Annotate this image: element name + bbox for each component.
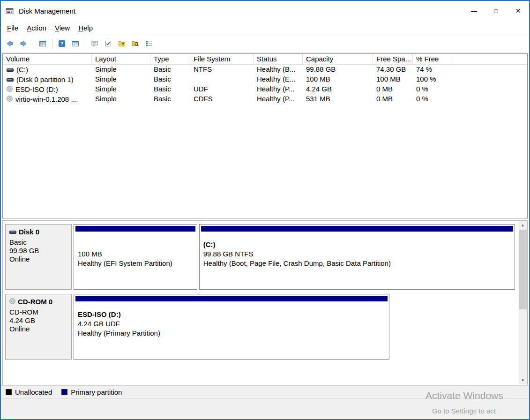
column-header-type[interactable]: Type (150, 54, 190, 65)
cell-layout: Simple (92, 75, 150, 84)
column-header-filler (451, 54, 527, 65)
partition-title: (C:) (203, 240, 511, 249)
forward-arrow-icon[interactable] (17, 38, 30, 50)
scrollbar-thumb[interactable] (519, 230, 527, 309)
console-window-icon[interactable] (37, 38, 49, 50)
primary-partition-bar (75, 296, 388, 301)
activate-windows-subtext: Go to Settings to act (432, 407, 496, 415)
vertical-scrollbar[interactable]: ▲ ▼ (519, 221, 527, 384)
column-header-layout[interactable]: Layout (92, 54, 150, 65)
disk-management-window: Disk Management — □ ✕ File Action View H… (0, 0, 530, 420)
check-mark-icon[interactable] (102, 38, 114, 50)
volume-name: (C:) (16, 65, 28, 75)
back-arrow-icon[interactable] (4, 38, 16, 50)
partition-c-drive[interactable]: (C:) 99.88 GB NTFS Healthy (Boot, Page F… (199, 224, 515, 290)
menu-file[interactable]: File (3, 22, 22, 34)
popup-menu-icon[interactable] (89, 38, 101, 50)
column-header-percent-free[interactable]: % Free (413, 54, 451, 65)
partition-status-line: Healthy (Boot, Page File, Crash Dump, Ba… (203, 259, 511, 268)
cdrom-volume-icon (7, 85, 13, 94)
details-list-icon[interactable] (143, 38, 155, 50)
titlebar[interactable]: Disk Management — □ ✕ (1, 1, 529, 21)
primary-partition-swatch (61, 389, 67, 395)
column-header-status[interactable]: Status (254, 54, 303, 65)
cell-file-system (190, 75, 254, 84)
partition-status-line: Healthy (EFI System Partition) (78, 259, 193, 268)
cell-layout: Simple (92, 94, 150, 104)
disk-status: Online (9, 325, 67, 333)
window-controls: — □ ✕ (463, 1, 529, 21)
partition-esd-iso[interactable]: ESD-ISO (D:) 4.24 GB UDF Healthy (Primar… (74, 294, 389, 360)
search-folder-icon[interactable] (129, 38, 142, 50)
close-button[interactable]: ✕ (507, 1, 529, 21)
disk-0-partitions: 100 MB Healthy (EFI System Partition) (C… (74, 224, 515, 290)
volume-name: (Disk 0 partition 1) (16, 75, 74, 84)
minimize-button[interactable]: — (463, 1, 485, 21)
cdrom-0-info[interactable]: CD-ROM 0 CD-ROM 4.24 GB Online (5, 294, 72, 360)
cell-type: Basic (150, 75, 190, 84)
cell-capacity: 100 MB (303, 75, 373, 84)
partition-title: ESD-ISO (D:) (78, 310, 385, 319)
partition-size-line: 100 MB (78, 249, 193, 259)
partition-efi-system[interactable]: 100 MB Healthy (EFI System Partition) (74, 224, 197, 290)
menu-action[interactable]: Action (22, 22, 51, 34)
row-disk0-partition1[interactable]: (Disk 0 partition 1) Simple Basic Health… (3, 75, 527, 84)
partition-status-line: Healthy (Primary Partition) (78, 329, 385, 338)
cell-layout: Simple (92, 84, 150, 94)
legend-label: Primary partition (71, 388, 122, 396)
scroll-down-button[interactable]: ▼ (519, 376, 527, 384)
legend-label: Unallocated (15, 388, 52, 396)
primary-partition-bar (75, 226, 195, 232)
disk-0-block: Disk 0 Basic 99.98 GB Online 100 MB Heal… (5, 224, 515, 290)
console-tree-icon[interactable] (69, 38, 82, 50)
cell-file-system: CDFS (190, 94, 254, 104)
disk-volume-icon (7, 65, 14, 75)
disk-name: Disk 0 (19, 228, 39, 236)
disk-status: Online (9, 255, 67, 263)
volume-name: ESD-ISO (D:) (15, 85, 58, 94)
activate-windows-watermark: Activate Windows (425, 390, 503, 401)
toolbar: ? (1, 35, 529, 52)
unallocated-swatch (6, 389, 12, 395)
cell-percent-free: 74 % (413, 65, 451, 75)
legend-primary-partition: Primary partition (61, 388, 122, 396)
cell-percent-free: 100 % (413, 75, 451, 84)
cell-free-space: 0 MB (373, 94, 413, 104)
cell-type: Basic (150, 65, 190, 75)
menu-help[interactable]: Help (74, 22, 97, 34)
column-header-free-space[interactable]: Free Spa... (373, 54, 413, 65)
cell-free-space: 100 MB (373, 75, 413, 84)
disk-0-info[interactable]: Disk 0 Basic 99.98 GB Online (5, 224, 72, 290)
cell-layout: Simple (92, 65, 150, 75)
cdrom-icon (9, 298, 15, 306)
disk-kind: Basic (9, 238, 67, 247)
disk-volume-icon (7, 75, 14, 84)
disk-management-app-icon (6, 7, 15, 15)
cell-status: Healthy (E... (254, 75, 303, 84)
menu-view[interactable]: View (51, 22, 74, 34)
up-arrow-folder-icon[interactable] (116, 38, 128, 50)
help-icon[interactable]: ? (56, 38, 68, 50)
cell-status: Healthy (P... (254, 94, 303, 104)
legend-unallocated: Unallocated (6, 388, 52, 396)
cell-capacity: 4.24 GB (303, 84, 373, 94)
row-c-drive[interactable]: (C:) Simple Basic NTFS Healthy (B... 99.… (3, 65, 527, 75)
column-header-volume[interactable]: Volume (3, 54, 92, 65)
column-header-file-system[interactable]: File System (190, 54, 254, 65)
disk-size: 99.98 GB (9, 247, 67, 255)
row-esd-iso[interactable]: ESD-ISO (D:) Simple Basic UDF Healthy (P… (3, 84, 527, 94)
window-title: Disk Management (19, 7, 75, 15)
cell-type: Basic (150, 94, 190, 104)
column-header-capacity[interactable]: Capacity (303, 54, 373, 65)
cell-status: Healthy (B... (254, 65, 303, 75)
scroll-up-button[interactable]: ▲ (519, 221, 527, 229)
row-virtio-win[interactable]: virtio-win-0.1.208 ... Simple Basic CDFS… (3, 94, 527, 104)
toolbar-separator (85, 38, 85, 49)
toolbar-separator (33, 38, 33, 49)
cell-file-system: UDF (190, 84, 254, 94)
cell-capacity: 531 MB (303, 94, 373, 104)
maximize-button[interactable]: □ (485, 1, 507, 21)
partition-size-line: 99.88 GB NTFS (203, 249, 511, 259)
cdrom-volume-icon (7, 95, 13, 104)
disk-kind: CD-ROM (9, 308, 67, 316)
